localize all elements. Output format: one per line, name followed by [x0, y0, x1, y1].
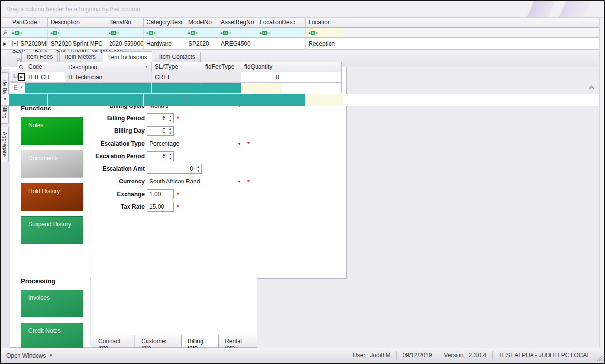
- grid-header-row: PartCode Description SerialNo CategoryDe…: [1, 18, 599, 28]
- new-cell-location[interactable]: [306, 94, 343, 106]
- detail-data-row[interactable]: ▶ ITTECH IT Technician CRFT 0: [18, 72, 341, 83]
- billing-period-spinner[interactable]: 6 ▲▼: [147, 113, 174, 123]
- chevron-down-icon: ▼: [49, 353, 53, 358]
- column-header-slatype[interactable]: SLAType: [152, 62, 202, 72]
- column-header-filler: [343, 18, 599, 28]
- collapse-ribbon-chevron-icon[interactable]: [587, 84, 597, 91]
- filter-cell-assetregno[interactable]: ABC: [218, 28, 257, 38]
- hold-history-button[interactable]: Hold History: [21, 183, 83, 211]
- cell-modelno[interactable]: SP2020: [185, 38, 218, 50]
- cell-locationdesc[interactable]: [257, 38, 306, 50]
- column-header-fldfeetype[interactable]: fldFeeType: [202, 62, 241, 72]
- tab-item-contacts[interactable]: Item Contacts: [154, 52, 201, 62]
- tab-customer-info[interactable]: Customer Info: [135, 335, 181, 347]
- grid-new-row[interactable]: *: [1, 94, 599, 106]
- required-asterisk: *: [247, 140, 250, 147]
- new-cell-fldquantity[interactable]: [241, 83, 282, 93]
- processing-heading: Processing: [21, 277, 90, 285]
- notes-button[interactable]: Notes: [21, 117, 83, 145]
- column-header-categorydesc[interactable]: CategoryDesc: [144, 18, 185, 28]
- escalation-type-dropdown[interactable]: Percentage▼: [147, 139, 244, 148]
- filter-cell-modelno[interactable]: ABC: [185, 28, 218, 38]
- column-header-description-detail[interactable]: Description▼: [65, 62, 152, 72]
- escalation-amt-spinner[interactable]: 0 ▲▼: [147, 164, 202, 174]
- suspend-history-button[interactable]: Suspend History: [21, 216, 83, 244]
- billing-period-label: Billing Period: [93, 115, 145, 122]
- cell-serialno[interactable]: 2020-559900: [106, 38, 144, 50]
- group-by-bar[interactable]: Drag a column header here to group by th…: [1, 1, 604, 18]
- open-windows-button[interactable]: Open Windows ▼: [6, 352, 53, 359]
- escalation-period-label: Escalation Period: [93, 153, 145, 160]
- new-cell-modelno[interactable]: [185, 94, 218, 106]
- spin-arrows-icon[interactable]: ▲▼: [167, 127, 173, 135]
- functions-heading: Functions: [21, 105, 90, 112]
- tab-item-meters[interactable]: Item Meters: [59, 52, 101, 62]
- chevron-down-icon: ▼: [238, 180, 241, 184]
- spin-arrows-icon[interactable]: ▲▼: [167, 152, 173, 161]
- abc-filter-icon: ABC: [308, 31, 318, 35]
- cell-fldquantity[interactable]: 0: [241, 72, 282, 83]
- cell-assetregno[interactable]: AREG4500: [218, 38, 257, 50]
- tab-item-inclusions[interactable]: Item Inclusions: [103, 51, 152, 62]
- cell-description[interactable]: SP2020 Sprint MFC: [48, 38, 106, 50]
- new-cell-fldfeetype[interactable]: [202, 83, 241, 93]
- new-cell-code[interactable]: [25, 83, 65, 93]
- filter-cell-serialno[interactable]: ABC: [106, 28, 144, 38]
- cell-location[interactable]: Reception: [306, 38, 343, 50]
- filter-cell-description[interactable]: ABC: [48, 28, 106, 38]
- new-cell-partcode[interactable]: [9, 94, 48, 106]
- vertical-scrollbar[interactable]: [599, 18, 604, 356]
- exchange-label: Exchange: [93, 191, 145, 198]
- new-cell-serialno[interactable]: [106, 94, 144, 106]
- cell-code[interactable]: ITTECH: [25, 72, 65, 83]
- column-header-modelno[interactable]: ModelNo: [185, 18, 218, 28]
- detail-search-icon[interactable]: [18, 62, 25, 72]
- cell-categorydesc[interactable]: Hardware: [144, 38, 185, 50]
- exchange-input[interactable]: 1.00: [147, 189, 174, 199]
- new-cell-description[interactable]: [48, 94, 106, 106]
- filter-cell-partcode[interactable]: ABC: [9, 28, 48, 38]
- tab-contract-info[interactable]: Contract Info: [92, 335, 135, 347]
- collapse-row-icon[interactable]: [12, 41, 18, 46]
- escalation-period-spinner[interactable]: 6 ▲▼: [147, 151, 174, 161]
- cell-fldfeetype[interactable]: [202, 72, 241, 83]
- spin-arrows-icon[interactable]: ▲▼: [195, 164, 201, 173]
- new-cell-slatype[interactable]: [152, 83, 202, 93]
- cell-description-detail[interactable]: IT Technician: [65, 72, 152, 83]
- detail-row-indicator: ▶: [18, 72, 25, 83]
- new-cell-description[interactable]: [65, 83, 152, 93]
- column-header-serialno[interactable]: SerialNo: [106, 18, 144, 28]
- column-header-code[interactable]: Code: [25, 62, 65, 72]
- column-header-locationdesc[interactable]: LocationDesc: [257, 18, 306, 28]
- column-header-assetregno[interactable]: AssetRegNo: [218, 18, 257, 28]
- tax-rate-input[interactable]: 15.00: [147, 202, 174, 212]
- tab-rental-info[interactable]: Rental Info: [219, 335, 257, 347]
- new-cell-assetregno[interactable]: [218, 94, 257, 106]
- cell-partcode[interactable]: SP2020MFC: [9, 38, 48, 50]
- spin-arrows-icon[interactable]: ▲▼: [167, 114, 173, 123]
- filter-cell-location[interactable]: ABC: [306, 28, 343, 38]
- new-cell-categorydesc[interactable]: [144, 94, 185, 106]
- tab-billing-info[interactable]: Billing Info: [181, 335, 219, 347]
- tab-item-fees[interactable]: Item Fees: [21, 52, 58, 62]
- abc-filter-icon: ABC: [146, 31, 156, 35]
- filter-cell-locationdesc[interactable]: ABC: [257, 28, 306, 38]
- column-header-filler: [282, 62, 341, 72]
- filter-cell-categorydesc[interactable]: ABC: [144, 28, 185, 38]
- sort-descending-icon: ▼: [145, 65, 148, 69]
- column-header-fldquantity[interactable]: fldQuantity: [241, 62, 282, 72]
- currency-dropdown[interactable]: South African Rand▼: [147, 177, 244, 186]
- dock-tab-aggregate[interactable]: Aggregate: [1, 127, 9, 162]
- column-header-location[interactable]: Location: [306, 18, 343, 28]
- billing-day-spinner[interactable]: 0 ▲▼: [147, 126, 174, 136]
- column-header-partcode[interactable]: PartCode: [9, 18, 48, 28]
- detail-new-row[interactable]: *: [18, 83, 341, 93]
- column-header-description[interactable]: Description: [48, 18, 106, 28]
- new-cell-locationdesc[interactable]: [257, 94, 306, 106]
- cell-slatype[interactable]: CRFT: [152, 72, 202, 83]
- invoices-button[interactable]: Invoices: [21, 290, 83, 317]
- grid-data-row[interactable]: ▶ SP2020MFC SP2020 Sprint MFC 2020-55990…: [1, 38, 599, 50]
- documents-button[interactable]: Documents: [21, 150, 83, 178]
- credit-notes-button[interactable]: Credit Notes: [21, 323, 83, 350]
- resize-grip-icon[interactable]: [596, 348, 603, 363]
